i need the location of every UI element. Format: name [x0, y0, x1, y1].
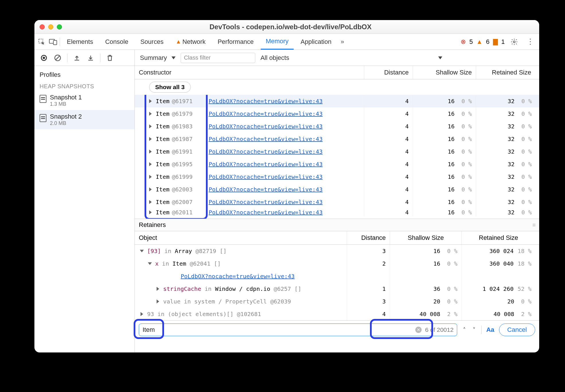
disclosure-triangle-icon[interactable]: [149, 99, 152, 103]
source-link[interactable]: PoLdbOX?nocache=true&view=live:43: [209, 186, 322, 193]
cancel-search-button[interactable]: Cancel: [499, 324, 535, 336]
tab-memory[interactable]: Memory: [261, 34, 294, 50]
source-link[interactable]: PoLdbOX?nocache=true&view=live:43: [209, 136, 322, 142]
disclosure-triangle-icon[interactable]: [149, 210, 152, 214]
source-link[interactable]: PoLdbOX?nocache=true&view=live:43: [209, 148, 322, 155]
search-value: Item: [143, 326, 412, 334]
snapshot-item[interactable]: Snapshot 1 1.3 MB: [34, 91, 135, 110]
tab-console[interactable]: Console: [100, 34, 134, 50]
disclosure-triangle-icon[interactable]: [140, 250, 144, 252]
clear-search-icon[interactable]: ✕: [415, 327, 422, 333]
search-prev-button[interactable]: ˄: [462, 326, 467, 333]
retainer-object: 93 in (object elements)[] @102681: [147, 311, 261, 317]
retainers-grid-header: Object Distance Shallow Size Retained Si…: [135, 231, 539, 245]
retainer-row[interactable]: stringCache in Window / cdpn.io @6257 []…: [135, 283, 539, 295]
drag-handle-icon[interactable]: ≡: [532, 222, 535, 228]
object-row[interactable]: Item @61995 PoLdbOX?nocache=true&view=li…: [135, 158, 539, 170]
shallow-value: 16: [448, 123, 455, 130]
disclosure-triangle-icon[interactable]: [149, 150, 152, 154]
search-input[interactable]: Item ✕ 6 of 20012: [139, 324, 457, 336]
source-link[interactable]: PoLdbOX?nocache=true&view=live:43: [209, 98, 322, 105]
object-row[interactable]: Item @61987 PoLdbOX?nocache=true&view=li…: [135, 133, 539, 145]
retainers-table[interactable]: [93] in Array @82719 [] 3 160 % 360 0241…: [135, 245, 539, 320]
col-retained[interactable]: Retained Size: [462, 231, 539, 244]
source-link[interactable]: PoLdbOX?nocache=true&view=live:43: [209, 110, 322, 117]
source-link[interactable]: PoLdbOX?nocache=true&view=live:43: [209, 173, 322, 180]
source-link[interactable]: PoLdbOX?nocache=true&view=live:43: [209, 209, 322, 216]
disclosure-triangle-icon[interactable]: [157, 287, 159, 291]
objects-table[interactable]: Item @61971 PoLdbOX?nocache=true&view=li…: [135, 95, 539, 219]
snapshot-item[interactable]: Snapshot 2 2.0 MB: [34, 110, 135, 129]
object-name: Item: [156, 98, 170, 105]
device-toggle-icon[interactable]: [48, 37, 58, 47]
tab-elements[interactable]: Elements: [62, 34, 98, 50]
minimize-window-button[interactable]: [48, 24, 53, 30]
object-row[interactable]: Item @61983 PoLdbOX?nocache=true&view=li…: [135, 120, 539, 133]
svg-line-7: [56, 56, 60, 60]
source-link[interactable]: PoLdbOX?nocache=true&view=live:43: [209, 123, 322, 130]
shallow-pct: 0 %: [459, 173, 472, 180]
retainer-row[interactable]: x in Item @62041 [] 2 160 % 360 04018 %: [135, 257, 539, 270]
clear-icon[interactable]: [53, 54, 62, 62]
close-window-button[interactable]: [40, 24, 45, 30]
object-row[interactable]: Item @61971 PoLdbOX?nocache=true&view=li…: [135, 95, 539, 107]
disclosure-triangle-icon[interactable]: [157, 299, 159, 303]
disclosure-triangle-icon[interactable]: [141, 312, 143, 316]
col-distance[interactable]: Distance: [347, 231, 390, 244]
match-case-button[interactable]: Aa: [486, 326, 494, 334]
disclosure-triangle-icon[interactable]: [148, 262, 152, 265]
col-shallow[interactable]: Shallow Size: [413, 66, 476, 79]
more-options-icon[interactable]: ⋮: [524, 37, 537, 46]
col-constructor[interactable]: Constructor: [135, 66, 364, 79]
retained-value: 32: [508, 161, 515, 168]
disclosure-triangle-icon[interactable]: [149, 162, 152, 166]
source-link[interactable]: PoLdbOX?nocache=true&view=live:43: [181, 273, 295, 280]
object-row[interactable]: Item @61991 PoLdbOX?nocache=true&view=li…: [135, 145, 539, 158]
retainers-panel-header[interactable]: Retainers ≡: [135, 219, 539, 231]
disclosure-triangle-icon[interactable]: [149, 200, 152, 204]
tab-network[interactable]: ▲Network: [170, 34, 211, 50]
issue-count: 1: [501, 38, 505, 46]
object-id: @61983: [172, 123, 192, 130]
source-link[interactable]: PoLdbOX?nocache=true&view=live:43: [209, 161, 322, 168]
disclosure-triangle-icon[interactable]: [149, 175, 152, 179]
zoom-window-button[interactable]: [57, 24, 62, 30]
disclosure-triangle-icon[interactable]: [149, 112, 152, 116]
disclosure-triangle-icon[interactable]: [149, 137, 152, 141]
col-retained[interactable]: Retained Size: [476, 66, 539, 79]
record-icon[interactable]: [40, 54, 48, 62]
col-distance[interactable]: Distance: [364, 66, 413, 79]
settings-icon[interactable]: [509, 37, 519, 47]
col-shallow[interactable]: Shallow Size: [390, 231, 462, 244]
retainer-row[interactable]: [93] in Array @82719 [] 3 160 % 360 0241…: [135, 245, 539, 257]
perspective-select[interactable]: Summary: [140, 54, 176, 62]
object-id: @61987: [172, 136, 192, 142]
inspect-icon[interactable]: [37, 37, 46, 47]
retainer-row[interactable]: PoLdbOX?nocache=true&view=live:43: [135, 270, 539, 283]
source-link[interactable]: PoLdbOX?nocache=true&view=live:43: [209, 199, 322, 205]
object-row[interactable]: Item @62011 PoLdbOX?nocache=true&view=li…: [135, 208, 539, 216]
retainer-row[interactable]: value in system / PropertyCell @62039 3 …: [135, 295, 539, 308]
tab-sources[interactable]: Sources: [135, 34, 169, 50]
traffic-lights: [40, 24, 62, 30]
show-all-button[interactable]: Show all 3: [149, 82, 191, 93]
save-icon[interactable]: [86, 54, 95, 62]
object-row[interactable]: Item @61979 PoLdbOX?nocache=true&view=li…: [135, 107, 539, 120]
status-badges[interactable]: ⊗5 ▲6 ▇1: [461, 38, 505, 46]
disclosure-triangle-icon[interactable]: [149, 187, 152, 191]
disclosure-triangle-icon[interactable]: [149, 124, 152, 128]
retainer-row[interactable]: 93 in (object elements)[] @102681 4 40 0…: [135, 308, 539, 320]
tab-application[interactable]: Application: [295, 34, 337, 50]
object-row[interactable]: Item @61999 PoLdbOX?nocache=true&view=li…: [135, 170, 539, 183]
load-icon[interactable]: [73, 54, 81, 62]
more-tabs-button[interactable]: »: [338, 38, 346, 46]
tab-performance[interactable]: Performance: [213, 34, 259, 50]
col-object[interactable]: Object: [135, 231, 347, 244]
filter-select[interactable]: All objects: [260, 54, 442, 62]
object-row[interactable]: Item @62003 PoLdbOX?nocache=true&view=li…: [135, 183, 539, 196]
class-filter-input[interactable]: Class filter: [181, 53, 255, 63]
delete-icon[interactable]: [106, 54, 114, 62]
object-row[interactable]: Item @62007 PoLdbOX?nocache=true&view=li…: [135, 196, 539, 208]
heap-snapshots-heading: HEAP SNAPSHOTS: [34, 80, 135, 91]
search-next-button[interactable]: ˅: [472, 326, 477, 333]
